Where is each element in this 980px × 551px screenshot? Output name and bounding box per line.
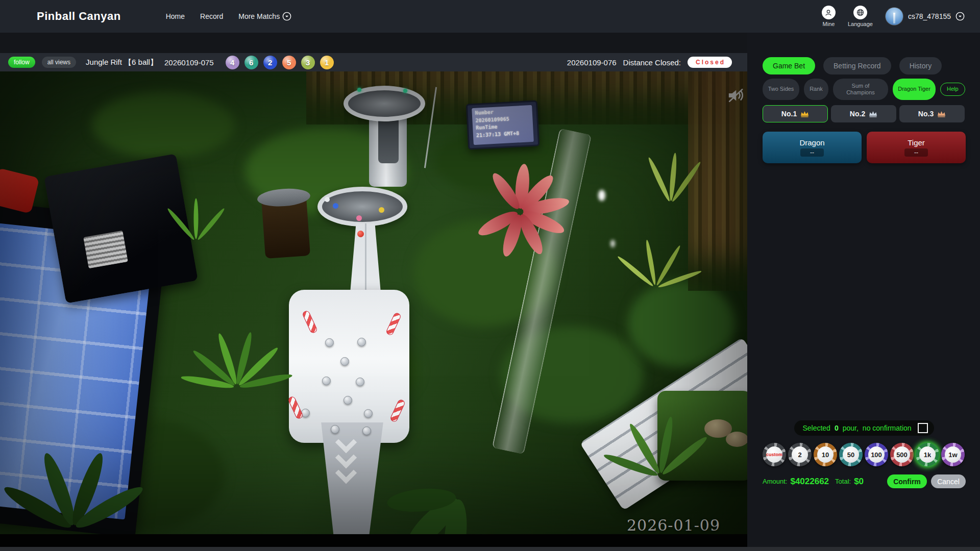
- result-ball: 4: [226, 56, 239, 69]
- result-ball: 2: [263, 56, 277, 69]
- help-button[interactable]: Help: [940, 83, 965, 96]
- brand-logo[interactable]: Pinball Canyan: [37, 10, 121, 23]
- panel-tabs: Game Bet Betting Record History: [763, 57, 966, 74]
- total-value: $0: [854, 477, 864, 487]
- match-title: Jungle Rift 【6 ball】: [86, 58, 158, 67]
- total-label: Total:: [835, 478, 851, 485]
- bet-footer: Amount: $4022662 Total: $0 Confirm Cance…: [763, 474, 966, 488]
- username: cs78_478155: [908, 12, 951, 20]
- confirm-button[interactable]: Confirm: [887, 474, 927, 488]
- top-navbar: Pinball Canyan Home Record More Matchs M…: [0, 0, 980, 33]
- chip-rack: custom 2 10 50 100 500 1k 1w: [763, 443, 966, 466]
- chip-500[interactable]: 500: [890, 443, 914, 466]
- chevron-down-circle-icon: [955, 12, 965, 21]
- spacer-strip: [0, 33, 747, 53]
- live-video-stream: Number 20260109065 RunTime 21:37:13 GMT+…: [0, 71, 747, 534]
- mute-speaker-icon[interactable]: [725, 85, 746, 106]
- track-funnel-mid: [317, 187, 407, 227]
- crown-silver-icon: [869, 111, 877, 117]
- chip-10[interactable]: 10: [814, 443, 837, 466]
- next-period: 20260109-076: [567, 58, 617, 67]
- selection-summary: Selected 0 pour, no confirmation: [794, 420, 934, 436]
- mode-dragon-tiger[interactable]: Dragon Tiger: [893, 79, 936, 100]
- chip-50[interactable]: 50: [839, 443, 863, 466]
- crown-bronze-icon: [937, 111, 946, 117]
- chip-1k[interactable]: 1k: [916, 443, 939, 466]
- chip-100[interactable]: 100: [865, 443, 888, 466]
- mode-sum-of-champions[interactable]: Sum of Champions: [833, 79, 888, 100]
- betting-panel: Game Bet Betting Record History Two Side…: [747, 33, 980, 547]
- result-ball: 5: [282, 56, 296, 69]
- status-label: Distance Closed:: [623, 58, 681, 67]
- avatar: [885, 7, 903, 26]
- status-badge: Closed: [688, 57, 732, 68]
- lcd-info-sign: Number 20260109065 RunTime 21:37:13 GMT+…: [466, 100, 540, 149]
- amount-value: $4022662: [790, 477, 829, 487]
- tiger-odds: --: [904, 148, 928, 157]
- language-button[interactable]: Language: [848, 6, 873, 27]
- all-views-button[interactable]: all views: [42, 57, 76, 68]
- chip-1w[interactable]: 1w: [941, 443, 965, 466]
- user-menu[interactable]: cs78_478155: [885, 7, 965, 26]
- video-letterbox: [0, 534, 747, 547]
- navbar-right: Mine Language cs78_478155: [822, 6, 965, 27]
- video-timestamp: 2026-01-09 21:37:14: [627, 516, 747, 534]
- follow-button[interactable]: follow: [8, 57, 35, 68]
- current-period: 20260109-075: [164, 58, 214, 67]
- chevron-down-circle-icon: [282, 12, 291, 21]
- bet-tiger[interactable]: Tiger --: [867, 132, 966, 163]
- no-confirmation-checkbox[interactable]: [918, 423, 928, 433]
- camera-rig: [44, 154, 198, 304]
- position-no2[interactable]: No.2: [831, 105, 896, 122]
- dragon-odds: --: [800, 148, 824, 157]
- result-balls: 4 6 2 5 3 1: [226, 56, 334, 69]
- result-ball: 3: [301, 56, 315, 69]
- mode-two-sides[interactable]: Two Sides: [763, 79, 799, 100]
- bet-mode-row: Two Sides Rank Sum of Champions Dragon T…: [763, 79, 966, 100]
- position-no1[interactable]: No.1: [763, 105, 828, 122]
- tab-betting-record[interactable]: Betting Record: [823, 57, 891, 74]
- cancel-button[interactable]: Cancel: [931, 474, 966, 488]
- globe-icon: [853, 6, 867, 19]
- chip-custom[interactable]: custom: [763, 443, 786, 466]
- bet-cards: Dragon -- Tiger --: [763, 132, 966, 163]
- track-funnel-top: [344, 86, 425, 121]
- crown-gold-icon: [800, 111, 809, 117]
- miniature-hut: [261, 195, 310, 259]
- selected-count: 0: [835, 424, 839, 432]
- chip-2[interactable]: 2: [788, 443, 812, 466]
- bottom-strip: [0, 547, 980, 551]
- main-nav: Home Record More Matchs: [166, 12, 291, 21]
- bet-dragon[interactable]: Dragon --: [763, 132, 862, 163]
- result-ball: 1: [320, 56, 334, 69]
- tab-game-bet[interactable]: Game Bet: [763, 57, 815, 74]
- amount-label: Amount:: [763, 478, 787, 485]
- mine-button[interactable]: Mine: [822, 6, 836, 27]
- position-row: No.1 No.2 No.3: [763, 105, 966, 122]
- nav-more-matches[interactable]: More Matchs: [238, 12, 291, 21]
- nav-record[interactable]: Record: [200, 12, 223, 20]
- nav-home[interactable]: Home: [166, 12, 185, 20]
- person-icon: [822, 6, 836, 19]
- result-ball: 6: [244, 56, 258, 69]
- position-no3[interactable]: No.3: [899, 105, 965, 122]
- stream-info-bar: follow all views Jungle Rift 【6 ball】 20…: [0, 53, 747, 71]
- mode-rank[interactable]: Rank: [804, 79, 828, 100]
- tab-history[interactable]: History: [899, 57, 942, 74]
